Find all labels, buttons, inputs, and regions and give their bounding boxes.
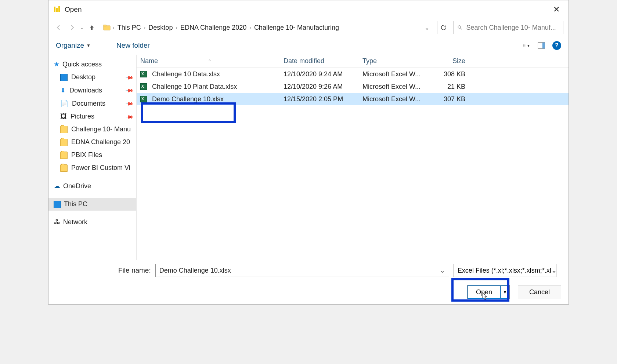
col-header-name[interactable]: Name⌃: [137, 57, 280, 65]
sidebar-label: Network: [63, 218, 87, 226]
pin-icon: 📌: [125, 112, 134, 121]
excel-icon: [140, 96, 147, 102]
sidebar-item-thispc[interactable]: This PC: [48, 198, 136, 211]
breadcrumb-item[interactable]: Desktop: [146, 24, 175, 32]
pin-icon: 📌: [125, 86, 134, 94]
svg-line-6: [461, 28, 462, 29]
svg-rect-3: [104, 26, 110, 30]
sidebar-label: OneDrive: [63, 182, 91, 190]
file-name: Challenge 10 Plant Data.xlsx: [152, 83, 237, 91]
filename-value: Demo Challenge 10.xlsx: [159, 267, 231, 274]
bc-sep-icon: ›: [175, 25, 178, 30]
filename-label: File name:: [118, 266, 151, 274]
svg-rect-8: [523, 45, 524, 46]
sidebar-item-pictures[interactable]: 🖼 Pictures 📌: [48, 110, 136, 123]
address-dropdown[interactable]: ⌄: [423, 24, 431, 31]
file-type-filter[interactable]: Excel Files (*.xl;*.xlsx;*.xlsm;*.xl ⌄: [454, 264, 556, 277]
sidebar-item-downloads[interactable]: ⬇ Downloads 📌: [48, 84, 136, 97]
sidebar-item-folder[interactable]: Challenge 10- Manu: [48, 123, 136, 136]
view-options-button[interactable]: ▼: [523, 42, 530, 49]
folder-icon: [60, 139, 68, 146]
sidebar-label: Pictures: [71, 113, 94, 120]
app-icon: [53, 5, 62, 14]
col-header-date[interactable]: Date modified: [280, 57, 359, 65]
sidebar-label: Desktop: [71, 73, 95, 81]
refresh-button[interactable]: [437, 21, 450, 34]
filename-input[interactable]: Demo Challenge 10.xlsx ⌄: [155, 264, 449, 277]
file-row[interactable]: Challenge 10 Data.xlsx 12/10/2020 9:24 A…: [137, 68, 569, 80]
cancel-button[interactable]: Cancel: [518, 285, 561, 299]
toolbar: Organize▼ New folder ▼ ?: [48, 36, 569, 55]
window-title: Open: [65, 6, 82, 14]
recent-locations-dropdown[interactable]: ⌄: [80, 25, 84, 30]
up-button[interactable]: [87, 22, 97, 33]
sidebar-item-folder[interactable]: PBIX Files: [48, 149, 136, 161]
col-header-type[interactable]: Type: [359, 57, 425, 65]
breadcrumb-item[interactable]: Challenge 10- Manufacturing: [252, 24, 341, 32]
sidebar-item-desktop[interactable]: Desktop 📌: [48, 71, 136, 84]
desktop-icon: [60, 74, 68, 81]
sort-indicator-icon: ⌃: [208, 59, 212, 64]
folder-icon: [60, 126, 68, 133]
pin-icon: 📌: [125, 73, 134, 81]
forward-button[interactable]: [67, 22, 77, 33]
preview-pane-button[interactable]: [538, 42, 545, 49]
pin-icon: 📌: [125, 99, 134, 108]
quick-access-label: Quick access: [62, 61, 102, 68]
sidebar-label: Challenge 10- Manu: [71, 125, 131, 133]
title-bar: Open ✕: [48, 0, 569, 19]
address-bar[interactable]: › This PC › Desktop › EDNA Challenge 202…: [100, 21, 434, 34]
filename-row: File name: Demo Challenge 10.xlsx ⌄ Exce…: [48, 262, 569, 279]
svg-rect-9: [523, 46, 524, 46]
open-button[interactable]: Open: [468, 285, 501, 299]
svg-rect-7: [523, 44, 524, 45]
folder-icon: [60, 164, 68, 172]
help-button[interactable]: ?: [552, 41, 561, 50]
pictures-icon: 🖼: [60, 113, 67, 120]
search-box[interactable]: [453, 21, 563, 34]
search-icon: [457, 25, 463, 30]
sidebar-item-onedrive[interactable]: ☁ OneDrive: [48, 179, 136, 193]
file-name: Challenge 10 Data.xlsx: [152, 70, 220, 78]
search-input[interactable]: [466, 24, 559, 32]
documents-icon: 📄: [60, 99, 68, 108]
sidebar-item-network[interactable]: 🖧 Network: [48, 216, 136, 229]
bc-sep-icon: ›: [249, 25, 252, 30]
network-icon: 🖧: [54, 218, 60, 226]
filename-dropdown-icon[interactable]: ⌄: [440, 266, 445, 274]
svg-rect-14: [542, 43, 545, 48]
open-dropdown[interactable]: ▼: [501, 285, 509, 299]
open-split-button: Open ▼: [467, 285, 510, 299]
file-name: Demo Challenge 10.xlsx: [152, 95, 224, 103]
breadcrumb-item[interactable]: EDNA Challenge 2020: [178, 24, 249, 32]
quick-access-group[interactable]: ★ Quick access: [48, 58, 136, 71]
breadcrumb-item[interactable]: This PC: [115, 24, 143, 32]
file-row[interactable]: Challenge 10 Plant Data.xlsx 12/10/2020 …: [137, 80, 569, 93]
new-folder-button[interactable]: New folder: [116, 41, 150, 50]
open-file-dialog: Open ✕ ⌄ › This PC › Desktop › EDNA Chal…: [48, 0, 569, 305]
svg-rect-0: [54, 7, 55, 12]
excel-icon: [140, 83, 147, 90]
filter-dropdown-icon: ⌄: [551, 266, 556, 274]
svg-rect-12: [524, 46, 526, 47]
file-type: Microsoft Excel W...: [359, 95, 425, 103]
back-button[interactable]: [54, 22, 64, 33]
content-area: ★ Quick access Desktop 📌 ⬇ Downloads 📌 📄…: [48, 55, 569, 260]
sidebar-label: Downloads: [69, 87, 102, 94]
svg-rect-11: [524, 46, 526, 46]
sidebar-item-folder[interactable]: Power BI Custom Vi: [48, 161, 136, 174]
sidebar-item-documents[interactable]: 📄 Documents 📌: [48, 97, 136, 110]
file-date: 12/10/2020 9:26 AM: [280, 83, 359, 91]
file-size: 308 KB: [425, 70, 469, 78]
download-icon: ⬇: [60, 86, 66, 94]
svg-rect-2: [58, 6, 60, 12]
sidebar-label: EDNA Challenge 20: [71, 138, 130, 146]
svg-rect-1: [56, 8, 58, 12]
sidebar-item-folder[interactable]: EDNA Challenge 20: [48, 136, 136, 149]
filter-text: Excel Files (*.xl;*.xlsx;*.xlsm;*.xl: [458, 267, 551, 274]
organize-button[interactable]: Organize▼: [56, 41, 91, 50]
col-header-size[interactable]: Size: [425, 57, 469, 65]
file-row-selected[interactable]: Demo Challenge 10.xlsx 12/15/2020 2:05 P…: [137, 93, 569, 105]
close-button[interactable]: ✕: [549, 3, 564, 17]
svg-point-5: [458, 26, 461, 28]
